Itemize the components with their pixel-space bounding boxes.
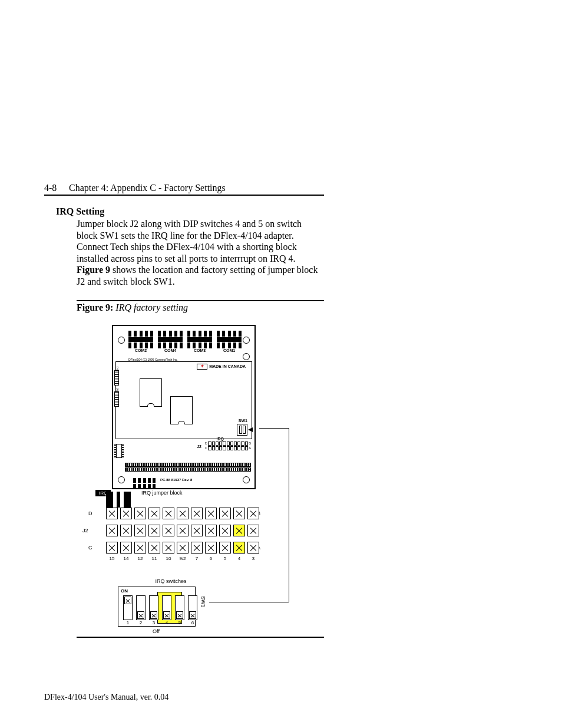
figure-number: Figure 9: [77,302,113,312]
com-header: COM1 [217,331,242,353]
mounting-hole [243,353,250,360]
j2-detail-title: IRQ jumper block [141,490,183,496]
j2-pin [134,542,146,554]
mounting-hole [243,476,250,483]
j2-pin [148,508,160,519]
pcb-board: COM2 COM4 COM3 COM1 DFlex/104 (C) 1999 [112,325,256,489]
ic-small [116,444,122,458]
body-figure-ref: Figure 9 [77,265,110,275]
j2-pin [233,542,245,554]
rev-label: PC-88 81937 Rev. 8 [160,478,192,482]
mounting-hole [118,337,125,344]
chip [140,378,162,407]
j2-pin [106,525,118,536]
j2-pin [177,542,189,554]
sw1-box: ON 123456 [118,587,196,627]
j2-mini-label: J2 [197,444,201,449]
irq-jumper-installed [106,492,131,508]
j2-pin [163,525,174,536]
j2-num: 15 [106,556,118,561]
chapter-title: Chapter 4: Appendix C - Factory Settings [69,183,226,193]
j2-row-d [106,508,259,519]
figure-divider-top [77,300,324,301]
j2-pin [191,508,203,519]
sw1-off-label: Off [118,628,194,634]
chip [170,396,193,424]
j2-pin [120,525,132,536]
dip-switch [149,595,158,620]
page-number: 4-8 [44,183,69,193]
page-header: 4-8 Chapter 4: Appendix C - Factory Sett… [44,183,324,196]
j2-pin [177,525,189,536]
j2-pin [163,508,174,519]
switch-num: 6 [188,620,197,625]
irq-mini-label: IRQ [217,437,224,441]
j2-pin [163,542,174,554]
j2-num: 6 [205,556,217,561]
switch-num: 3 [149,620,158,625]
chip-area: ✳MADE IN CANADA P4 P5 [115,361,252,439]
j2-pin [233,525,245,536]
callout-line [289,428,289,602]
page-content: 4-8 Chapter 4: Appendix C - Factory Sett… [44,183,324,649]
sw1-detail: IRQ switches ON 123456 Off SW1 [118,578,224,634]
side-label: P4 [115,367,119,370]
sw1-mini [237,424,247,436]
com-label: COM3 [187,348,212,353]
bus-p2: P2 [247,467,251,470]
j2-pin [205,508,217,519]
com-header: COM4 [158,331,183,353]
flag-icon: ✳ [197,364,207,370]
j2-pin [219,542,231,554]
com-header: COM3 [187,331,212,353]
body-part-3: shows the location and factory setting o… [77,265,318,286]
switch-row [123,595,197,620]
j2-num: 11 [148,556,160,561]
j2-pin [191,542,203,554]
callout-line [259,428,289,429]
switch-num: 5 [175,620,184,625]
bus-p1: P1 [247,462,251,466]
switch-numbers: 123456 [123,620,197,625]
j2-num: 7 [191,556,203,561]
dip-switch [188,595,197,620]
section-body: Jumper block J2 along with DIP switches … [77,218,324,287]
mounting-hole [118,476,125,483]
side-label: P5 [115,388,119,391]
made-in-label: ✳MADE IN CANADA [197,364,246,370]
j2-pin [191,525,203,536]
j2-mini: DB CA [205,442,251,456]
figure-title: IRQ factory setting [115,302,188,312]
j2-side-label: J2 [82,528,88,533]
figure-area: COM2 COM4 COM3 COM1 DFlex/104 (C) 1999 [77,319,324,649]
j2-num: 14 [120,556,132,561]
j2-pin [219,525,231,536]
row-label-d: D [88,510,92,516]
j2-pin [219,508,231,519]
sw1-label: SW1 [239,419,247,423]
bus-connector: P1 P2 [125,463,251,475]
switch-num: 4 [162,620,171,625]
bottom-header [133,478,156,490]
sw1-side-label: SW1 [200,596,206,608]
j2-pin [106,542,118,554]
j2-num: 5 [219,556,231,561]
dip-switch [123,595,133,620]
j2-pin [134,508,146,519]
dip-switch [162,595,171,620]
j2-num: 10 [163,556,174,561]
arrow-left-icon [248,427,253,432]
sw1-on-label: ON [121,588,128,594]
mounting-hole [243,337,250,344]
switch-num: 2 [136,620,146,625]
figure-divider-bottom [77,637,324,638]
j2-row-c [106,542,259,554]
com-label: COM2 [128,348,153,353]
j2-num: 4 [233,556,245,561]
j2-num: 3 [247,556,259,561]
j2-num: 12 [134,556,146,561]
j2-pin [106,508,118,519]
j2-pin [247,542,259,554]
switch-num: 1 [123,620,133,625]
j2-pin [233,508,245,519]
